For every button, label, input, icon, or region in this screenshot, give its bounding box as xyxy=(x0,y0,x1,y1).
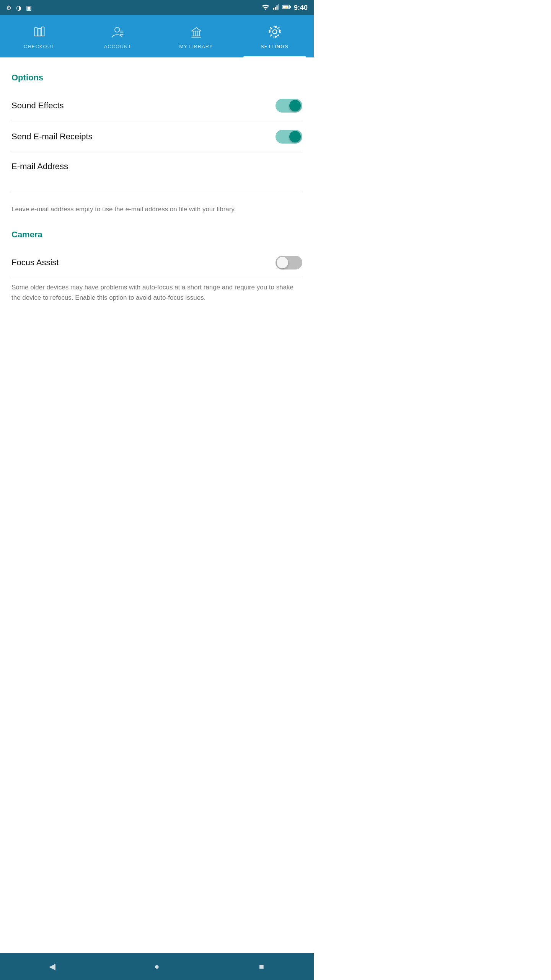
tab-settings[interactable]: SETTINGS xyxy=(235,15,314,57)
moon-icon: ◑ xyxy=(16,4,21,11)
camera-section-header: Camera xyxy=(11,230,302,240)
svg-rect-3 xyxy=(278,4,279,10)
svg-point-24 xyxy=(272,30,277,34)
sim-icon: ▣ xyxy=(26,4,32,11)
tab-checkout-label: CHECKOUT xyxy=(24,44,55,49)
svg-rect-1 xyxy=(275,7,276,10)
status-bar: ⚙ ◑ ▣ ⚡ 9:40 xyxy=(0,0,314,15)
email-receipts-toggle[interactable] xyxy=(276,130,302,144)
status-bar-left: ⚙ ◑ ▣ xyxy=(6,4,32,11)
settings-icon xyxy=(268,25,282,41)
focus-assist-label: Focus Assist xyxy=(11,258,59,268)
svg-rect-2 xyxy=(276,5,277,10)
camera-section: Camera Focus Assist Some older devices m… xyxy=(11,230,302,314)
battery-icon: ⚡ xyxy=(282,4,291,11)
focus-assist-toggle[interactable] xyxy=(276,256,302,270)
status-time: 9:40 xyxy=(294,4,308,12)
focus-assist-row: Focus Assist xyxy=(11,247,302,278)
checkout-icon xyxy=(33,25,46,41)
sound-effects-row: Sound Effects xyxy=(11,90,302,121)
svg-text:⚡: ⚡ xyxy=(285,6,288,9)
options-section-header: Options xyxy=(11,73,302,83)
email-receipts-thumb xyxy=(289,131,301,142)
svg-rect-6 xyxy=(290,6,291,8)
gear-icon: ⚙ xyxy=(6,4,11,11)
tab-account-label: ACCOUNT xyxy=(104,44,131,49)
signal-icon xyxy=(272,4,279,11)
svg-point-12 xyxy=(114,27,119,32)
status-bar-right: ⚡ 9:40 xyxy=(262,4,308,12)
focus-assist-thumb xyxy=(277,257,288,268)
sound-effects-label: Sound Effects xyxy=(11,101,64,111)
library-icon xyxy=(189,25,203,41)
email-address-label: E-mail Address xyxy=(11,162,302,172)
email-receipts-label: Send E-mail Receipts xyxy=(11,132,93,142)
email-address-input[interactable] xyxy=(11,179,302,192)
tab-account[interactable]: ACCOUNT xyxy=(78,15,157,57)
wifi-icon xyxy=(262,4,269,11)
sound-effects-toggle[interactable] xyxy=(276,99,302,113)
email-address-section: E-mail Address Leave e-mail address empt… xyxy=(11,152,302,218)
svg-rect-10 xyxy=(41,27,44,36)
sound-effects-thumb xyxy=(289,100,301,111)
tab-settings-label: SETTINGS xyxy=(261,44,289,49)
svg-rect-8 xyxy=(34,28,37,36)
svg-rect-0 xyxy=(273,8,274,10)
email-address-hint: Leave e-mail address empty to use the e-… xyxy=(11,204,302,214)
account-icon xyxy=(111,25,125,41)
svg-rect-9 xyxy=(38,28,41,36)
tab-my-library[interactable]: MY LIBRARY xyxy=(157,15,235,57)
focus-assist-hint: Some older devices may have problems wit… xyxy=(11,282,302,314)
email-receipts-row: Send E-mail Receipts xyxy=(11,121,302,152)
tab-checkout[interactable]: CHECKOUT xyxy=(0,15,78,57)
settings-content: Options Sound Effects Send E-mail Receip… xyxy=(0,57,314,314)
tab-library-label: MY LIBRARY xyxy=(179,44,213,49)
tab-bar: CHECKOUT ACCOUNT xyxy=(0,15,314,57)
